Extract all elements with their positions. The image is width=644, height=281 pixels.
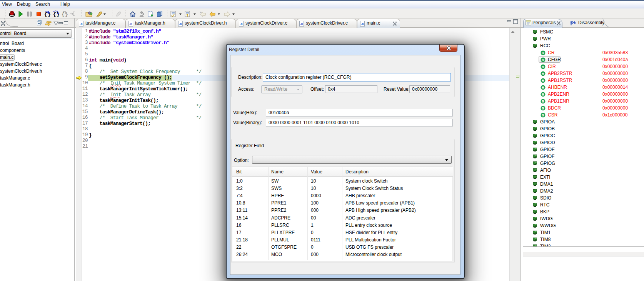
svg-text:.c: .c	[129, 22, 132, 26]
svg-text:R: R	[542, 78, 544, 82]
svg-text:.c: .c	[300, 22, 303, 26]
svg-text:R: R	[542, 113, 544, 117]
svg-text:{: {	[62, 12, 65, 17]
svg-text:R: R	[542, 57, 544, 62]
svg-text:}: }	[65, 12, 68, 17]
svg-text:.c: .c	[361, 22, 364, 26]
svg-text:{: {	[53, 12, 56, 17]
svg-text:R: R	[542, 99, 544, 103]
svg-text:.c: .c	[240, 22, 243, 26]
svg-text:R: R	[542, 85, 544, 89]
svg-text:.c: .c	[80, 22, 83, 26]
svg-text:.c: .c	[179, 22, 182, 26]
svg-text:R: R	[542, 50, 544, 55]
svg-text:R: R	[542, 64, 544, 68]
svg-text:{: {	[44, 12, 47, 17]
svg-text:R: R	[542, 71, 544, 75]
svg-text:R: R	[542, 92, 544, 96]
svg-text:R: R	[542, 106, 544, 110]
